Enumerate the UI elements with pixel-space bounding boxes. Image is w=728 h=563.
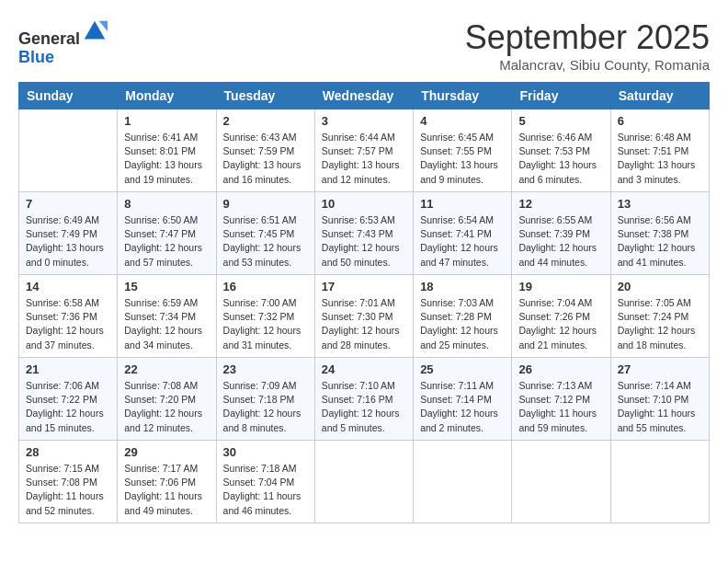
logo-blue: Blue <box>18 48 54 66</box>
day-header-monday: Monday <box>118 83 216 109</box>
logo: General Blue <box>18 18 108 67</box>
calendar-cell <box>314 441 413 523</box>
day-number: 9 <box>223 197 308 211</box>
day-info: Sunrise: 7:13 AM Sunset: 7:12 PM Dayligh… <box>518 379 603 435</box>
calendar-cell: 16Sunrise: 7:00 AM Sunset: 7:32 PM Dayli… <box>216 275 314 358</box>
calendar-cell: 23Sunrise: 7:09 AM Sunset: 7:18 PM Dayli… <box>216 358 314 441</box>
day-header-thursday: Thursday <box>414 83 512 109</box>
calendar-cell: 28Sunrise: 7:15 AM Sunset: 7:08 PM Dayli… <box>19 441 118 523</box>
day-info: Sunrise: 7:14 AM Sunset: 7:10 PM Dayligh… <box>618 379 702 435</box>
week-row-1: 1Sunrise: 6:41 AM Sunset: 8:01 PM Daylig… <box>19 109 710 192</box>
day-info: Sunrise: 6:44 AM Sunset: 7:57 PM Dayligh… <box>322 131 406 187</box>
page-header: General Blue September 2025 Malancrav, S… <box>18 18 710 73</box>
day-number: 4 <box>420 114 505 128</box>
month-title: September 2025 <box>465 18 710 57</box>
calendar-cell: 21Sunrise: 7:06 AM Sunset: 7:22 PM Dayli… <box>19 358 118 441</box>
day-info: Sunrise: 6:55 AM Sunset: 7:39 PM Dayligh… <box>518 213 603 270</box>
day-number: 16 <box>223 280 308 293</box>
day-number: 20 <box>618 280 702 293</box>
day-number: 14 <box>26 280 110 293</box>
day-info: Sunrise: 7:05 AM Sunset: 7:24 PM Dayligh… <box>618 296 702 352</box>
day-header-wednesday: Wednesday <box>314 83 413 109</box>
day-number: 5 <box>518 114 603 128</box>
day-info: Sunrise: 7:15 AM Sunset: 7:08 PM Dayligh… <box>26 462 110 518</box>
day-info: Sunrise: 7:08 AM Sunset: 7:20 PM Dayligh… <box>124 379 209 435</box>
calendar-cell: 17Sunrise: 7:01 AM Sunset: 7:30 PM Dayli… <box>314 275 413 358</box>
day-header-tuesday: Tuesday <box>216 83 314 109</box>
calendar-cell: 10Sunrise: 6:53 AM Sunset: 7:43 PM Dayli… <box>314 192 413 275</box>
day-info: Sunrise: 7:06 AM Sunset: 7:22 PM Dayligh… <box>26 379 110 435</box>
week-row-5: 28Sunrise: 7:15 AM Sunset: 7:08 PM Dayli… <box>19 441 710 523</box>
day-number: 29 <box>124 445 209 459</box>
day-number: 30 <box>223 445 308 459</box>
svg-marker-1 <box>99 21 108 31</box>
calendar-cell: 15Sunrise: 6:59 AM Sunset: 7:34 PM Dayli… <box>118 275 216 358</box>
calendar-cell <box>19 109 118 192</box>
location: Malancrav, Sibiu County, Romania <box>465 57 710 73</box>
calendar-cell <box>512 441 610 523</box>
day-number: 15 <box>124 280 209 293</box>
day-number: 24 <box>322 362 406 376</box>
day-number: 11 <box>420 197 505 211</box>
calendar-cell: 19Sunrise: 7:04 AM Sunset: 7:26 PM Dayli… <box>512 275 610 358</box>
day-number: 28 <box>26 445 110 459</box>
week-row-4: 21Sunrise: 7:06 AM Sunset: 7:22 PM Dayli… <box>19 358 710 441</box>
calendar-cell: 12Sunrise: 6:55 AM Sunset: 7:39 PM Dayli… <box>512 192 610 275</box>
day-info: Sunrise: 6:54 AM Sunset: 7:41 PM Dayligh… <box>420 213 505 270</box>
day-number: 6 <box>618 114 702 128</box>
day-number: 7 <box>26 197 110 211</box>
day-number: 25 <box>420 362 505 376</box>
day-number: 8 <box>124 197 209 211</box>
day-info: Sunrise: 7:03 AM Sunset: 7:28 PM Dayligh… <box>420 296 505 352</box>
calendar-cell: 25Sunrise: 7:11 AM Sunset: 7:14 PM Dayli… <box>414 358 512 441</box>
day-number: 18 <box>420 280 505 293</box>
day-number: 26 <box>518 362 603 376</box>
calendar-cell: 18Sunrise: 7:03 AM Sunset: 7:28 PM Dayli… <box>414 275 512 358</box>
day-info: Sunrise: 7:04 AM Sunset: 7:26 PM Dayligh… <box>518 296 603 352</box>
logo-icon <box>82 18 108 44</box>
day-header-sunday: Sunday <box>19 83 118 109</box>
day-number: 1 <box>124 114 209 128</box>
calendar-cell: 9Sunrise: 6:51 AM Sunset: 7:45 PM Daylig… <box>216 192 314 275</box>
day-number: 19 <box>518 280 603 293</box>
day-info: Sunrise: 6:53 AM Sunset: 7:43 PM Dayligh… <box>322 213 406 270</box>
day-info: Sunrise: 6:45 AM Sunset: 7:55 PM Dayligh… <box>420 131 505 187</box>
day-info: Sunrise: 7:10 AM Sunset: 7:16 PM Dayligh… <box>322 379 406 435</box>
day-number: 23 <box>223 362 308 376</box>
day-info: Sunrise: 6:56 AM Sunset: 7:38 PM Dayligh… <box>618 213 702 270</box>
calendar-cell: 14Sunrise: 6:58 AM Sunset: 7:36 PM Dayli… <box>19 275 118 358</box>
calendar-cell: 8Sunrise: 6:50 AM Sunset: 7:47 PM Daylig… <box>118 192 216 275</box>
calendar-table: SundayMondayTuesdayWednesdayThursdayFrid… <box>18 82 710 523</box>
calendar-cell: 11Sunrise: 6:54 AM Sunset: 7:41 PM Dayli… <box>414 192 512 275</box>
calendar-cell: 27Sunrise: 7:14 AM Sunset: 7:10 PM Dayli… <box>610 358 709 441</box>
day-number: 17 <box>322 280 406 293</box>
day-number: 3 <box>322 114 406 128</box>
day-number: 2 <box>223 114 308 128</box>
calendar-cell: 1Sunrise: 6:41 AM Sunset: 8:01 PM Daylig… <box>118 109 216 192</box>
day-number: 10 <box>322 197 406 211</box>
day-number: 22 <box>124 362 209 376</box>
calendar-cell: 26Sunrise: 7:13 AM Sunset: 7:12 PM Dayli… <box>512 358 610 441</box>
calendar-cell: 3Sunrise: 6:44 AM Sunset: 7:57 PM Daylig… <box>314 109 413 192</box>
day-info: Sunrise: 7:09 AM Sunset: 7:18 PM Dayligh… <box>223 379 308 435</box>
day-info: Sunrise: 7:11 AM Sunset: 7:14 PM Dayligh… <box>420 379 505 435</box>
calendar-cell: 6Sunrise: 6:48 AM Sunset: 7:51 PM Daylig… <box>610 109 709 192</box>
day-info: Sunrise: 6:51 AM Sunset: 7:45 PM Dayligh… <box>223 213 308 270</box>
day-info: Sunrise: 6:49 AM Sunset: 7:49 PM Dayligh… <box>26 213 110 270</box>
calendar-cell: 24Sunrise: 7:10 AM Sunset: 7:16 PM Dayli… <box>314 358 413 441</box>
calendar-cell: 7Sunrise: 6:49 AM Sunset: 7:49 PM Daylig… <box>19 192 118 275</box>
title-block: September 2025 Malancrav, Sibiu County, … <box>465 18 710 73</box>
calendar-cell: 13Sunrise: 6:56 AM Sunset: 7:38 PM Dayli… <box>610 192 709 275</box>
day-number: 12 <box>518 197 603 211</box>
calendar-cell <box>610 441 709 523</box>
day-number: 13 <box>618 197 702 211</box>
day-info: Sunrise: 6:58 AM Sunset: 7:36 PM Dayligh… <box>26 296 110 352</box>
calendar-cell: 20Sunrise: 7:05 AM Sunset: 7:24 PM Dayli… <box>610 275 709 358</box>
logo-general: General <box>18 29 80 48</box>
day-info: Sunrise: 6:46 AM Sunset: 7:53 PM Dayligh… <box>518 131 603 187</box>
day-number: 27 <box>618 362 702 376</box>
day-info: Sunrise: 7:01 AM Sunset: 7:30 PM Dayligh… <box>322 296 406 352</box>
calendar-cell: 2Sunrise: 6:43 AM Sunset: 7:59 PM Daylig… <box>216 109 314 192</box>
calendar-cell: 4Sunrise: 6:45 AM Sunset: 7:55 PM Daylig… <box>414 109 512 192</box>
day-info: Sunrise: 7:17 AM Sunset: 7:06 PM Dayligh… <box>124 462 209 518</box>
